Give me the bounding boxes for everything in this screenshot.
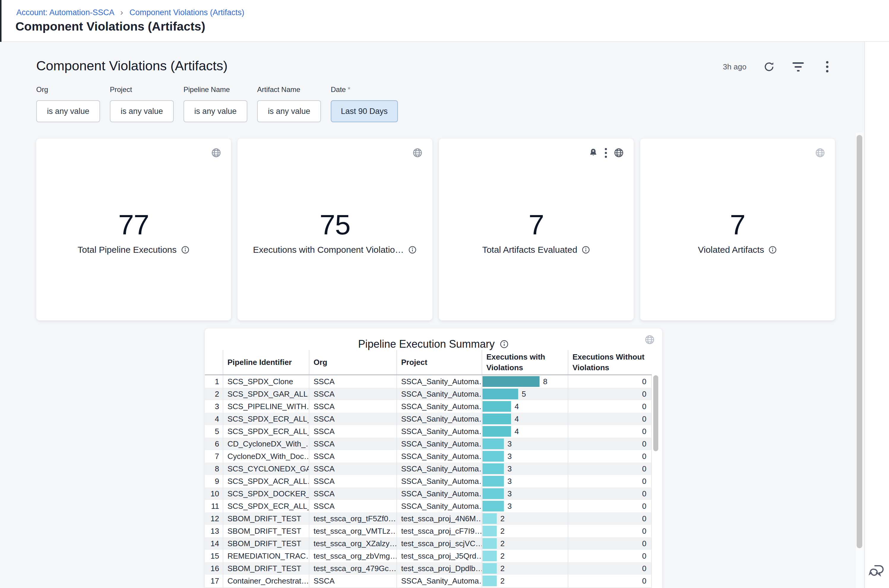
filter-label: Project (110, 86, 174, 94)
table-row[interactable]: 6 CD_CycloneDX_With_… SSCA SSCA_Sanity_A… (205, 438, 652, 450)
breadcrumb-current-link[interactable]: Component Violations (Artifacts) (129, 8, 244, 17)
violations-bar (483, 438, 504, 449)
filter-value-button[interactable]: is any value (110, 100, 174, 122)
metric-value: 77 (36, 208, 231, 241)
row-number: 15 (205, 550, 223, 562)
column-header-pipeline-identifier[interactable]: Pipeline Identifier (223, 350, 309, 374)
globe-icon[interactable] (815, 147, 826, 158)
info-icon[interactable] (181, 245, 190, 254)
violations-bar-value: 3 (507, 489, 511, 498)
cell-executions-without-violations: 0 (568, 562, 652, 574)
cell-executions-without-violations: 0 (568, 500, 652, 512)
violations-bar-value: 3 (507, 464, 511, 474)
violations-bar-value: 3 (507, 477, 511, 486)
table-row[interactable]: 15 REMEDIATION_TRAC… test_ssca_org_zbVmg… (205, 550, 652, 562)
filter-value-button[interactable]: is any value (257, 100, 321, 122)
cell-executions-without-violations: 0 (568, 550, 652, 562)
table-row[interactable]: 16 SBOM_DRIFT_TEST test_ssca_org_479Gc… … (205, 562, 652, 574)
table-row[interactable]: 17 Container_Orchestrat… SSCA SSCA_Sanit… (205, 574, 652, 587)
cell-pipeline-identifier: CD_CycloneDX_With_… (223, 438, 309, 450)
table-row[interactable]: 10 SCS_SPDX_DOCKER_… SSCA SSCA_Sanity_Au… (205, 488, 652, 500)
globe-icon[interactable] (614, 147, 624, 158)
card-more-menu-icon[interactable] (605, 148, 607, 158)
cell-executions-without-violations: 0 (568, 425, 652, 438)
filter-label: Org (36, 86, 100, 94)
cell-executions-with-violations: 2 (481, 550, 568, 562)
cell-project: test_ssca_proj_cF7I9… (396, 525, 481, 537)
globe-icon[interactable] (412, 147, 423, 158)
cell-pipeline-identifier: CycloneDX_With_Doc… (223, 450, 309, 462)
cell-executions-with-violations: 2 (481, 574, 568, 587)
table-row[interactable]: 5 SCS_SPDX_ECR_ALL_… SSCA SSCA_Sanity_Au… (205, 425, 652, 438)
column-header-project[interactable]: Project (396, 350, 481, 374)
violations-bar-value: 2 (500, 576, 504, 586)
breadcrumb-separator-icon: › (120, 8, 123, 17)
filter-value-button[interactable]: is any value (36, 100, 100, 122)
filter-label: Date* (331, 86, 398, 94)
row-number: 14 (205, 537, 223, 550)
table-scrollbar-thumb[interactable] (653, 375, 658, 451)
dashboard-more-menu-icon[interactable] (821, 60, 834, 73)
cell-executions-without-violations: 0 (568, 488, 652, 500)
cell-pipeline-identifier: SCS_SPDX_ECR_ALL_… (223, 412, 309, 425)
globe-icon[interactable] (211, 147, 221, 158)
cell-executions-with-violations: 3 (481, 500, 568, 512)
table-row[interactable]: 11 SCS_SPDX_ECR_ALL_… SSCA SSCA_Sanity_A… (205, 500, 652, 512)
column-header-executions-without-violations[interactable]: Executions Without Violations (568, 350, 652, 374)
table-title: Pipeline Execution Summary (358, 338, 495, 350)
cell-org: SSCA (309, 500, 396, 512)
table-row[interactable]: 14 SBOM_DRIFT_TEST test_ssca_org_XZalzy…… (205, 537, 652, 550)
violations-bar-value: 3 (507, 452, 511, 461)
cell-org: SSCA (309, 375, 396, 388)
row-number: 16 (205, 562, 223, 574)
dashboard-filters-icon[interactable] (791, 60, 805, 73)
violations-bar (483, 501, 504, 512)
row-number: 7 (205, 450, 223, 462)
info-icon[interactable] (499, 339, 509, 349)
cell-executions-without-violations: 0 (568, 462, 652, 475)
column-header-org[interactable]: Org (309, 350, 396, 374)
violations-bar (483, 488, 504, 499)
cell-org: SSCA (309, 450, 396, 462)
column-header-executions-with-violations[interactable]: Executions with Violations (481, 350, 568, 374)
violations-bar (483, 376, 540, 387)
violations-bar (483, 464, 504, 474)
metric-label: Executions with Component Violatio… (253, 245, 404, 255)
row-number: 13 (205, 525, 223, 537)
cell-pipeline-identifier: SCS_SPDX_ECR_ALL_… (223, 500, 309, 512)
violations-bar-value: 8 (543, 377, 547, 386)
row-number: 1 (205, 375, 223, 388)
info-icon[interactable] (581, 245, 590, 254)
chat-help-icon[interactable] (866, 561, 886, 580)
info-icon[interactable] (408, 245, 417, 254)
table-row[interactable]: 3 SCS_PIPELINE_WITH… SSCA SSCA_Sanity_Au… (205, 400, 652, 412)
cell-project: SSCA_Sanity_Automa… (396, 500, 481, 512)
refresh-icon[interactable] (763, 60, 776, 73)
table-row[interactable]: 7 CycloneDX_With_Doc… SSCA SSCA_Sanity_A… (205, 450, 652, 462)
table-row[interactable]: 13 SBOM_DRIFT_TEST test_ssca_org_VMTLz… … (205, 525, 652, 537)
filter-value-button[interactable]: is any value (184, 100, 247, 122)
table-row[interactable]: 8 SCS_CYCLONEDX_GA… SSCA SSCA_Sanity_Aut… (205, 462, 652, 475)
violations-bar (483, 526, 497, 536)
page-scrollbar-thumb[interactable] (857, 135, 862, 548)
cell-pipeline-identifier: REMEDIATION_TRAC… (223, 550, 309, 562)
table-row[interactable]: 2 SCS_SPDX_GAR_ALL… SSCA SSCA_Sanity_Aut… (205, 388, 652, 400)
dashboard-area: Component Violations (Artifacts) 3h ago … (0, 42, 865, 588)
filter-value-button[interactable]: Last 90 Days (331, 100, 398, 122)
table-row[interactable]: 12 SBOM_DRIFT_TEST test_ssca_org_tF5Zf0…… (205, 512, 652, 525)
cell-pipeline-identifier: SBOM_DRIFT_TEST (223, 537, 309, 550)
cell-executions-without-violations: 0 (568, 400, 652, 412)
violations-bar (483, 426, 511, 437)
cell-org: test_ssca_org_tF5Zf0… (309, 512, 396, 525)
cell-pipeline-identifier: SCS_SPDX_DOCKER_… (223, 488, 309, 500)
info-icon[interactable] (768, 245, 777, 254)
cell-pipeline-identifier: SCS_PIPELINE_WITH… (223, 400, 309, 412)
table-row[interactable]: 4 SCS_SPDX_ECR_ALL_… SSCA SSCA_Sanity_Au… (205, 412, 652, 425)
cell-executions-with-violations: 2 (481, 512, 568, 525)
violations-bar-value: 4 (514, 414, 519, 424)
table-row[interactable]: 9 SCS_SPDX_ACR_ALL… SSCA SSCA_Sanity_Aut… (205, 475, 652, 488)
breadcrumb-account-link[interactable]: Account: Automation-SSCA (17, 8, 114, 17)
cell-org: SSCA (309, 412, 396, 425)
alert-bell-icon[interactable] (588, 148, 598, 158)
table-row[interactable]: 1 SCS_SPDX_Clone SSCA SSCA_Sanity_Automa… (205, 375, 652, 388)
